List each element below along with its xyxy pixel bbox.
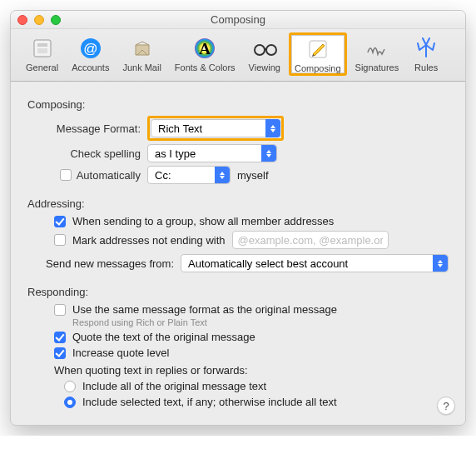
- automatically-checkbox[interactable]: [60, 169, 72, 181]
- tab-label: Rules: [414, 62, 438, 72]
- preferences-window: Composing General @ Accounts Junk Mail: [10, 10, 466, 426]
- check-spelling-select[interactable]: as I type: [147, 144, 277, 162]
- fonts-colors-icon: A: [191, 34, 219, 62]
- svg-text:@: @: [83, 41, 97, 57]
- include-selected-label: Include selected text, if any; otherwise…: [82, 396, 337, 408]
- section-addressing: Addressing:: [27, 197, 449, 210]
- rules-icon: [412, 34, 440, 62]
- chevron-updown-icon: [265, 119, 280, 137]
- mark-addresses-checkbox[interactable]: [54, 234, 66, 246]
- tab-accounts[interactable]: @ Accounts: [67, 32, 114, 76]
- include-all-radio[interactable]: [64, 381, 76, 392]
- message-format-select[interactable]: Rich Text: [151, 119, 280, 137]
- toolbar: General @ Accounts Junk Mail: [11, 29, 465, 82]
- tab-fonts-colors[interactable]: A Fonts & Colors: [170, 32, 240, 76]
- send-from-select[interactable]: Automatically select best account: [181, 254, 449, 272]
- quoting-header: When quoting text in replies or forwards…: [54, 364, 248, 377]
- automatically-suffix: myself: [237, 169, 269, 182]
- svg-rect-1: [37, 43, 47, 47]
- svg-point-8: [266, 45, 276, 55]
- composing-icon: [304, 35, 332, 63]
- automatically-label: Automatically: [77, 169, 141, 182]
- tab-rules[interactable]: Rules: [407, 32, 445, 76]
- junk-mail-icon: [128, 34, 156, 62]
- increase-quote-label: Increase quote level: [72, 347, 169, 359]
- include-selected-radio[interactable]: [64, 397, 76, 408]
- viewing-icon: [250, 34, 279, 62]
- tab-general[interactable]: General: [21, 32, 63, 76]
- same-format-hint: Respond using Rich or Plain Text: [72, 317, 207, 327]
- accounts-icon: @: [77, 34, 105, 62]
- group-addresses-label: When sending to a group, show all member…: [72, 215, 334, 227]
- chevron-updown-icon: [433, 255, 448, 272]
- tab-junk-mail[interactable]: Junk Mail: [117, 32, 166, 76]
- window-title: Composing: [11, 13, 465, 26]
- same-format-label: Use the same message format as the origi…: [72, 303, 337, 316]
- tab-label: Viewing: [249, 62, 280, 72]
- chevron-updown-icon: [215, 167, 230, 183]
- message-format-label: Message Format:: [27, 122, 141, 135]
- section-composing: Composing:: [27, 98, 449, 111]
- tab-label: Accounts: [72, 62, 109, 72]
- tab-label: Fonts & Colors: [175, 62, 236, 72]
- svg-rect-2: [37, 48, 47, 53]
- tab-composing[interactable]: Composing: [289, 32, 347, 76]
- mark-addresses-input[interactable]: [232, 231, 389, 249]
- signatures-icon: [363, 34, 391, 62]
- general-icon: [28, 34, 57, 62]
- svg-text:A: A: [199, 40, 211, 57]
- increase-quote-checkbox[interactable]: [54, 347, 66, 359]
- section-responding: Responding:: [27, 286, 449, 298]
- check-spelling-label: Check spelling: [27, 147, 141, 160]
- svg-point-7: [255, 45, 265, 55]
- help-button[interactable]: ?: [437, 397, 455, 415]
- help-icon: ?: [443, 400, 449, 412]
- same-format-checkbox[interactable]: [54, 304, 66, 316]
- tab-viewing[interactable]: Viewing: [244, 32, 285, 76]
- titlebar: Composing: [11, 11, 465, 29]
- chevron-updown-icon: [261, 145, 276, 162]
- preferences-body: Composing: Message Format: Rich Text Che…: [11, 82, 465, 425]
- quote-text-checkbox[interactable]: [54, 332, 66, 343]
- tab-label: Composing: [295, 63, 341, 73]
- tab-label: Signatures: [355, 62, 399, 72]
- tab-label: General: [26, 62, 58, 72]
- mark-addresses-label: Mark addresses not ending with: [72, 234, 226, 247]
- tab-signatures[interactable]: Signatures: [350, 32, 404, 76]
- group-addresses-checkbox[interactable]: [54, 216, 66, 227]
- send-from-label: Send new messages from:: [27, 257, 174, 270]
- tab-label: Junk Mail: [122, 62, 161, 72]
- include-all-label: Include all of the original message text: [82, 380, 266, 392]
- quote-text-label: Quote the text of the original message: [72, 331, 255, 343]
